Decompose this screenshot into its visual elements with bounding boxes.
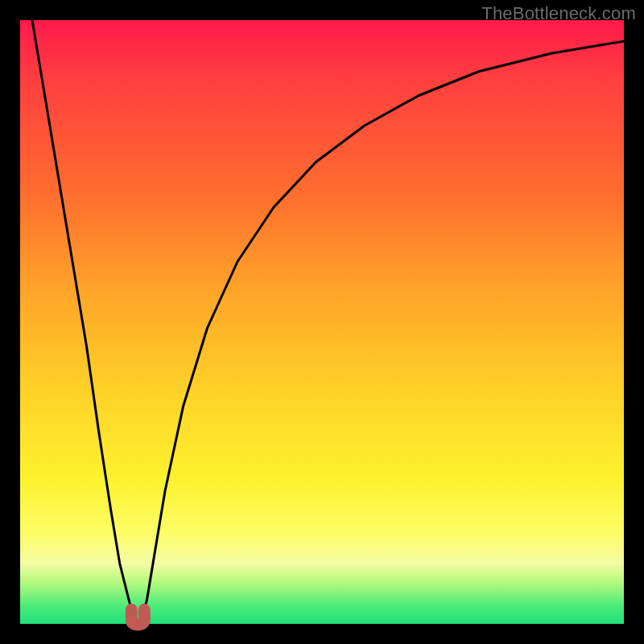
chart-frame: TheBottleneck.com	[0, 0, 644, 644]
curve-layer	[20, 20, 624, 624]
bottleneck-curve	[32, 20, 624, 621]
plot-area	[20, 20, 624, 624]
optimal-marker	[131, 609, 144, 625]
